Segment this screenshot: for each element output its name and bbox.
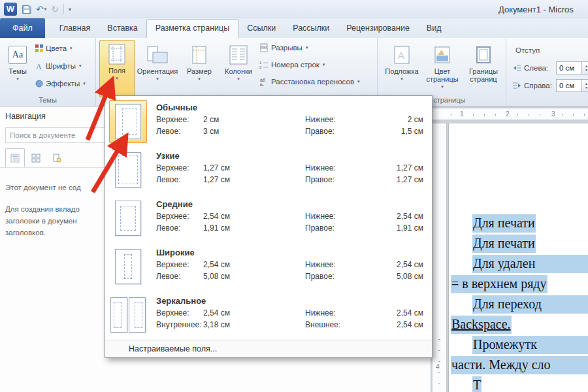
breaks-icon — [259, 43, 269, 52]
margins-button[interactable]: Поля ▾ — [99, 40, 135, 97]
breaks-button[interactable]: Разрывы▾ — [259, 43, 308, 52]
page-color-icon — [434, 46, 450, 63]
theme-fonts-button[interactable]: A Шрифты▾ — [35, 62, 82, 70]
margin-label: Правое: — [305, 175, 335, 184]
vertical-ruler[interactable]: 4 — [433, 123, 447, 392]
margin-option-title: Обычные — [156, 103, 197, 112]
document-line: Для переход — [451, 297, 588, 317]
orientation-button[interactable]: Ориентация ▾ — [137, 41, 178, 95]
tab-review[interactable]: Рецензирование — [338, 19, 418, 38]
indent-right-control: Справа: 0 см ▲▼ — [513, 79, 588, 92]
undo-icon: ↶ — [36, 4, 44, 14]
margins-option-wide[interactable]: Широкие Верхнее: 2,54 см Нижнее: 2,54 см… — [105, 243, 432, 291]
window-title: Документ1 - Micros — [498, 5, 574, 14]
nav-tab-pages[interactable] — [26, 148, 46, 167]
ruler-mark: 2 — [504, 110, 511, 118]
document-page[interactable]: Для печати Для печати Для удален = в вер… — [448, 123, 588, 392]
watermark-icon: A — [394, 46, 410, 64]
hyphenation-button[interactable]: абв- Расстановка переносов▾ — [259, 77, 360, 86]
save-button[interactable] — [22, 5, 31, 14]
ribbon-tab-bar: Файл Главная Вставка Разметка страницы С… — [0, 18, 588, 38]
margin-value: 1,91 см — [397, 223, 423, 233]
chevron-down-icon: ▾ — [16, 76, 19, 82]
size-icon — [191, 45, 208, 65]
margins-option-mirrored[interactable]: Зеркальное Верхнее: 2,54 см Нижнее: 2,54… — [105, 291, 432, 340]
chevron-down-icon: ▾ — [400, 76, 403, 82]
page-color-button[interactable]: Цвет страницы ▾ — [423, 41, 461, 95]
indent-left-icon — [513, 64, 521, 72]
indent-right-stepper[interactable]: ▲▼ — [582, 79, 588, 92]
margin-value: 1,27 см — [203, 163, 230, 172]
chevron-down-icon: ▾ — [83, 81, 86, 86]
margin-option-title: Зеркальное — [156, 296, 206, 306]
document-line: = в верхнем ряду — [451, 276, 588, 297]
document-line: части. Между сло — [451, 357, 588, 378]
selected-text: Для печати — [472, 214, 536, 233]
chevron-down-icon: ▾ — [198, 76, 201, 82]
theme-fonts-icon: A — [35, 62, 43, 70]
margin-label: Нижнее: — [305, 115, 336, 124]
margins-option-narrow[interactable]: Узкие Верхнее: 1,27 см Нижнее: 1,27 см Л… — [105, 146, 432, 195]
theme-effects-icon — [35, 80, 43, 88]
document-line: Промежутк — [451, 337, 588, 357]
page-borders-button[interactable]: Границы страниц — [464, 41, 503, 95]
margin-label: Нижнее: — [305, 212, 336, 221]
theme-colors-label: Цвета — [46, 44, 67, 52]
watermark-button[interactable]: A Подложка ▾ — [383, 41, 421, 95]
margins-button-label: Поля — [108, 67, 125, 74]
tab-file[interactable]: Файл — [0, 18, 45, 38]
margin-value: 1,91 см — [203, 223, 230, 233]
indent-right-field[interactable]: 0 см — [556, 79, 582, 92]
horizontal-ruler[interactable]: 1 2 3 — [433, 108, 588, 120]
margin-label: Нижнее: — [305, 163, 336, 172]
undo-button[interactable]: ↶▾ — [36, 4, 46, 14]
headings-tab-icon — [10, 154, 20, 163]
page-color-label-line2: страницы — [426, 75, 458, 83]
nav-tab-headings[interactable] — [5, 148, 25, 167]
margins-option-normal[interactable]: Обычные Верхнее: 2 см Нижнее: 2 см Левое… — [105, 98, 432, 146]
hyphenation-icon: абв- — [259, 77, 269, 86]
margins-option-moderate[interactable]: Средние Верхнее: 2,54 см Нижнее: 2,54 см… — [105, 195, 432, 243]
theme-effects-button[interactable]: Эффекты▾ — [35, 80, 86, 88]
tab-home[interactable]: Главная — [51, 19, 99, 38]
document-line: Для печати — [451, 216, 588, 236]
document-line: Backspace. — [451, 317, 588, 337]
page-borders-label-line1: Границы — [469, 67, 498, 75]
indent-left-field[interactable]: 0 см — [556, 61, 582, 74]
save-icon — [22, 5, 31, 14]
margin-value: 2 см — [203, 115, 219, 124]
line-numbers-button[interactable]: 12 Номера строк▾ — [259, 60, 325, 69]
selected-text: Для удален — [472, 255, 588, 273]
breaks-label: Разрывы — [271, 44, 302, 52]
margin-label: Нижнее: — [305, 260, 336, 269]
navigation-tabs — [5, 148, 67, 167]
nav-tab-results[interactable] — [47, 148, 67, 167]
indent-left-stepper[interactable]: ▲▼ — [582, 61, 588, 74]
tab-page-layout[interactable]: Разметка страницы — [146, 19, 238, 38]
theme-colors-button[interactable]: Цвета▾ — [35, 44, 73, 52]
margin-value: 5,08 см — [203, 272, 230, 281]
chevron-down-icon: ▾ — [79, 63, 82, 69]
margin-label: Левое: — [156, 127, 180, 136]
margin-value: 1,27 см — [397, 175, 423, 184]
redo-button[interactable]: ↻ — [51, 4, 59, 14]
tab-view[interactable]: Вид — [418, 19, 450, 38]
margin-label: Левое: — [156, 175, 180, 184]
margin-preset-icon-normal — [109, 100, 147, 143]
margin-label: Верхнее: — [156, 163, 189, 172]
word-logo-icon[interactable]: W — [4, 3, 17, 16]
svg-text:2: 2 — [259, 65, 262, 69]
columns-button[interactable]: Колонки ▾ — [220, 41, 257, 95]
chevron-down-icon: ▾ — [323, 62, 325, 67]
themes-button[interactable]: Aa Темы ▾ — [3, 41, 33, 95]
tab-references[interactable]: Ссылки — [238, 19, 284, 38]
margin-value: 2,54 см — [203, 260, 230, 269]
tab-insert[interactable]: Вставка — [99, 19, 146, 38]
document-area: 1 2 3 4 Для печати Для печати Для удален… — [431, 106, 588, 392]
size-button[interactable]: Размер ▾ — [181, 41, 218, 95]
custom-margins-button[interactable]: Настраиваемые поля... — [105, 340, 432, 357]
tab-mailings[interactable]: Рассылки — [284, 19, 338, 38]
size-button-label: Размер — [187, 67, 212, 75]
qat-customize-button[interactable]: ▾ — [69, 7, 71, 12]
margin-option-title: Узкие — [156, 151, 180, 161]
